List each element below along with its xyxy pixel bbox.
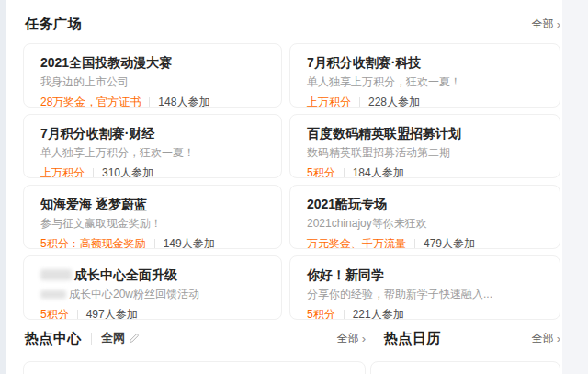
task-card-5[interactable]: 知海爱海 逐梦蔚蓝 参与征文赢取现金奖励！ 5积分：高额现金奖励 149人参加 [23,185,282,249]
chevron-right-icon: › [362,333,366,345]
hot-calendar-panel[interactable] [370,361,560,374]
participant-count: 149人参加 [164,236,215,249]
participant-count: 184人参加 [353,165,404,178]
participant-count: 479人参加 [424,236,475,249]
hot-calendar-header: 热点日历 全部 › [377,329,560,347]
task-card-7[interactable]: 成长中心全面升级 成长中心20w粉丝回馈活动 5积分 497人参加 [23,255,282,320]
task-card-desc-text: 2021chinajoy等你来狂欢 [307,217,427,230]
reward-tag: 5积分 [40,307,69,320]
task-card-title: 成长中心全面升级 [40,267,266,283]
all-link-label: 全部 [532,17,554,32]
task-card-title-text: 2021酷玩专场 [307,197,387,211]
hot-calendar-all-link[interactable]: 全部 › [532,331,560,346]
task-card-title: 百度数码精英联盟招募计划 [307,126,545,142]
section-title-hot-calendar: 热点日历 [384,330,441,347]
task-card-title-text: 2021全国投教动漫大赛 [40,55,172,70]
reward-tag: 5积分 [307,165,335,178]
task-card-meta: 5积分 184人参加 [307,165,545,178]
reward-tag: 5积分：高额现金奖励 [40,236,146,249]
task-card-desc: 成长中心20w粉丝回馈活动 [40,288,266,300]
task-card-meta: 5积分 497人参加 [40,307,266,320]
all-link-label: 全部 [337,331,359,346]
meta-divider [414,239,415,249]
reward-tag: 28万奖金，官方证书 [40,95,141,108]
task-card-3[interactable]: 7月积分收割赛·财经 单人独享上万积分，狂欢一夏！ 上万积分 310人参加 [23,114,282,178]
participant-count: 497人参加 [86,307,138,320]
task-card-title: 7月积分收割赛·财经 [40,126,266,142]
task-plaza-page: 任务广场 全部 › 2021全国投教动漫大赛 我身边的上市公司 28万奖金，官方… [0,0,588,374]
task-card-title-text: 7月积分收割赛·财经 [40,126,154,141]
chevron-right-icon: › [557,333,560,345]
meta-divider [344,310,345,320]
task-card-title-text: 7月积分收割赛·科技 [307,55,421,70]
header-divider [91,333,92,345]
task-square-all-link[interactable]: 全部 › [532,17,560,32]
task-card-desc-text: 数码精英联盟招募活动第二期 [307,146,450,159]
censored-text-patch [40,269,72,280]
task-card-1[interactable]: 2021全国投教动漫大赛 我身边的上市公司 28万奖金，官方证书 148人参加 [23,43,282,108]
edit-icon[interactable] [129,333,140,344]
task-card-desc: 我身边的上市公司 [40,75,266,88]
section-title-hot-center: 热点中心 [25,330,82,347]
meta-divider [154,239,155,249]
task-card-title: 知海爱海 逐梦蔚蓝 [40,197,266,212]
task-card-title-text: 百度数码精英联盟招募计划 [307,126,461,141]
participant-count: 148人参加 [158,95,209,108]
meta-divider [149,97,150,108]
task-card-desc: 数码精英联盟招募活动第二期 [307,146,545,159]
all-link-label: 全部 [532,331,554,346]
task-card-desc-text: 我身边的上市公司 [40,75,129,88]
task-square-header: 任务广场 全部 › [25,16,560,33]
task-card-title: 7月积分收割赛·科技 [307,55,545,71]
page-right-gutter [562,0,588,374]
content-area: 任务广场 全部 › 2021全国投教动漫大赛 我身边的上市公司 28万奖金，官方… [6,0,562,374]
meta-divider [344,168,345,178]
participant-count: 310人参加 [102,165,153,178]
task-card-desc: 单人独享上万积分，狂欢一夏！ [307,75,545,88]
chevron-right-icon: › [557,18,560,30]
task-card-desc-text: 参与征文赢取现金奖励！ [40,217,162,230]
task-card-title-text: 成长中心全面升级 [74,267,177,282]
meta-divider [77,310,78,320]
hot-center-all-link[interactable]: 全部 › [337,331,366,346]
hot-center-scope-filter[interactable]: 全网 [101,330,125,346]
meta-divider [93,168,94,178]
task-card-8[interactable]: 你好！新同学 分享你的经验，帮助新学子快速融入... 5积分 221人参加 [289,255,560,320]
task-card-title-text: 知海爱海 逐梦蔚蓝 [40,197,147,211]
reward-tag: 上万积分 [40,165,85,178]
task-card-meta: 上万积分 310人参加 [40,165,266,178]
task-card-meta: 5积分 221人参加 [307,307,545,320]
hot-center-panel[interactable] [23,361,366,374]
meta-divider [359,97,360,108]
reward-tag: 上万积分 [307,95,351,108]
task-card-meta: 5积分：高额现金奖励 149人参加 [40,236,266,249]
task-card-desc: 分享你的经验，帮助新学子快速融入... [307,288,545,300]
section-title-task-square: 任务广场 [25,16,82,33]
task-card-title: 你好！新同学 [307,267,545,283]
task-card-meta: 上万积分 228人参加 [307,95,545,108]
task-card-desc-text: 单人独享上万积分，狂欢一夏！ [40,146,195,159]
task-card-6[interactable]: 2021酷玩专场 2021chinajoy等你来狂欢 万元奖金、千万流量 479… [289,185,560,249]
censored-text-patch [40,290,66,299]
task-card-title: 2021全国投教动漫大赛 [40,55,266,71]
task-card-desc: 参与征文赢取现金奖励！ [40,217,266,230]
task-card-title: 2021酷玩专场 [307,197,545,212]
task-card-title-text: 你好！新同学 [307,267,384,282]
task-card-desc-text: 成长中心20w粉丝回馈活动 [69,288,199,300]
task-card-2[interactable]: 7月积分收割赛·科技 单人独享上万积分，狂欢一夏！ 上万积分 228人参加 [289,43,560,108]
task-card-meta: 万元奖金、千万流量 479人参加 [307,236,545,249]
hot-center-header: 热点中心 全网 全部 › [25,329,366,347]
participant-count: 228人参加 [368,95,420,108]
reward-tag: 5积分 [307,307,335,320]
reward-tag: 万元奖金、千万流量 [307,236,406,249]
page-left-gutter [0,0,6,374]
task-card-desc-text: 分享你的经验，帮助新学子快速融入... [307,288,492,300]
task-card-grid: 2021全国投教动漫大赛 我身边的上市公司 28万奖金，官方证书 148人参加 … [23,43,560,320]
task-card-desc: 单人独享上万积分，狂欢一夏！ [40,146,266,159]
participant-count: 221人参加 [353,307,404,320]
task-card-meta: 28万奖金，官方证书 148人参加 [40,95,266,108]
task-card-desc-text: 单人独享上万积分，狂欢一夏！ [307,75,461,88]
task-card-desc: 2021chinajoy等你来狂欢 [307,217,545,230]
task-card-4[interactable]: 百度数码精英联盟招募计划 数码精英联盟招募活动第二期 5积分 184人参加 [289,114,560,178]
